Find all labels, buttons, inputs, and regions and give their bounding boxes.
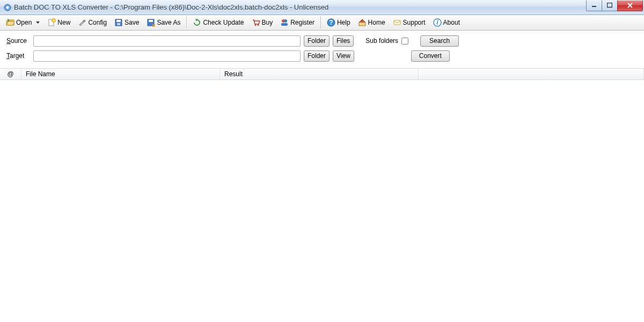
svg-point-5 <box>52 19 56 23</box>
source-input[interactable] <box>33 35 301 47</box>
maximize-button[interactable] <box>602 1 618 11</box>
target-view-button[interactable]: View <box>333 50 354 62</box>
titlebar: Batch DOC TO XLS Converter - C:\Program … <box>0 0 644 15</box>
table-header: @ File Name Result <box>0 68 644 80</box>
sub-folders-label: Sub folders <box>365 37 398 45</box>
table-body <box>0 80 644 316</box>
buy-button[interactable]: Buy <box>248 17 277 28</box>
svg-rect-2 <box>592 6 596 7</box>
svg-rect-8 <box>116 20 121 22</box>
about-button[interactable]: i About <box>429 17 464 28</box>
save-button[interactable]: Save <box>111 17 143 28</box>
folder-open-icon <box>6 18 14 27</box>
column-header-empty <box>419 69 644 79</box>
info-icon: i <box>433 18 442 27</box>
home-button[interactable]: Home <box>354 17 389 28</box>
help-icon: ? <box>327 18 335 27</box>
target-input[interactable] <box>33 50 301 62</box>
save-icon <box>114 18 123 27</box>
sub-folders-checkbox[interactable] <box>401 38 408 45</box>
register-icon <box>280 18 289 27</box>
svg-rect-16 <box>281 23 288 26</box>
source-label: Source <box>6 37 30 45</box>
buy-label: Buy <box>262 19 273 26</box>
source-files-button[interactable]: Files <box>333 35 354 47</box>
cart-icon <box>252 18 260 27</box>
save-as-label: Save As <box>157 19 180 26</box>
minimize-button[interactable] <box>586 1 602 11</box>
home-label: Home <box>368 19 385 26</box>
new-file-icon <box>47 18 56 27</box>
source-folder-button[interactable]: Folder <box>304 35 330 47</box>
home-icon <box>358 18 367 27</box>
svg-rect-19 <box>394 20 400 25</box>
new-label: New <box>57 19 70 26</box>
convert-button[interactable]: Convert <box>411 50 450 62</box>
config-button[interactable]: Config <box>74 17 111 28</box>
save-as-button[interactable]: Save As <box>143 17 184 28</box>
svg-rect-3 <box>608 3 612 8</box>
target-label: Target <box>6 52 30 60</box>
refresh-icon <box>193 18 201 27</box>
svg-text:?: ? <box>329 19 333 26</box>
column-header-at[interactable]: @ <box>0 69 21 79</box>
help-button[interactable]: ? Help <box>323 17 354 28</box>
target-row: Target Folder View Convert <box>6 50 638 62</box>
about-label: About <box>443 19 460 26</box>
toolbar-separator <box>186 17 187 28</box>
svg-point-1 <box>6 6 9 9</box>
check-update-label: Check Update <box>203 19 244 26</box>
svg-point-13 <box>257 25 259 26</box>
open-label: Open <box>16 19 32 26</box>
save-as-icon <box>147 18 155 27</box>
source-row: Source Folder Files Sub folders Search <box>6 35 638 47</box>
toolbar: Open New Config Save Save As Check Updat… <box>0 15 644 31</box>
support-icon <box>393 18 401 27</box>
form-area: Source Folder Files Sub folders Search T… <box>0 31 644 68</box>
search-button[interactable]: Search <box>420 35 459 47</box>
support-label: Support <box>403 19 426 26</box>
new-button[interactable]: New <box>43 17 74 28</box>
svg-rect-9 <box>117 23 120 25</box>
toolbar-separator <box>320 17 321 28</box>
register-button[interactable]: Register <box>276 17 318 28</box>
window-controls <box>587 1 644 11</box>
column-header-filename[interactable]: File Name <box>21 69 220 79</box>
config-icon <box>78 18 86 27</box>
check-update-button[interactable]: Check Update <box>189 17 247 28</box>
app-icon <box>3 3 12 12</box>
svg-rect-11 <box>149 20 153 22</box>
window-title: Batch DOC TO XLS Converter - C:\Program … <box>14 3 587 11</box>
help-label: Help <box>337 19 350 26</box>
support-button[interactable]: Support <box>389 17 429 28</box>
open-button[interactable]: Open <box>2 17 43 28</box>
config-label: Config <box>88 19 107 26</box>
save-label: Save <box>125 19 139 26</box>
svg-point-12 <box>254 25 256 26</box>
target-folder-button[interactable]: Folder <box>304 50 330 62</box>
chevron-down-icon <box>36 21 40 24</box>
svg-point-15 <box>284 19 287 23</box>
register-label: Register <box>290 19 314 26</box>
close-button[interactable] <box>617 1 643 11</box>
column-header-result[interactable]: Result <box>220 69 419 79</box>
